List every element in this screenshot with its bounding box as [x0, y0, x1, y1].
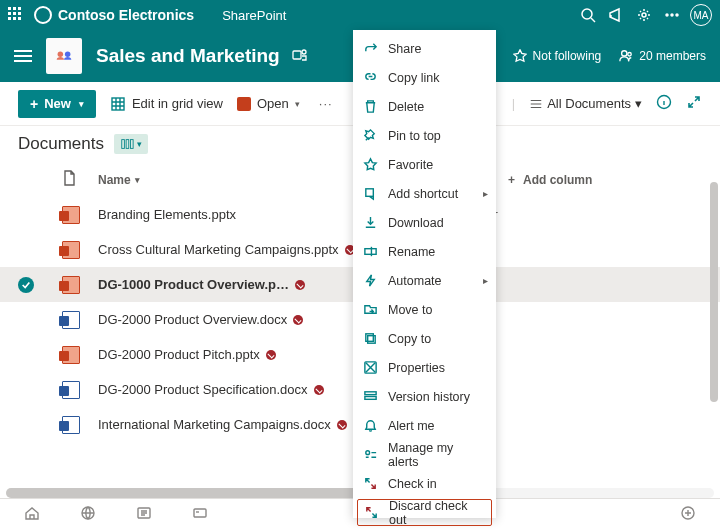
- powerpoint-file-icon: [62, 276, 80, 294]
- globe-icon[interactable]: [80, 505, 96, 524]
- svg-rect-22: [366, 334, 374, 342]
- svg-rect-14: [126, 140, 129, 149]
- expand-icon[interactable]: [686, 94, 702, 113]
- menu-item-move-to[interactable]: Move to: [353, 295, 496, 324]
- menu-item-label: Add shortcut: [388, 187, 458, 201]
- view-selector[interactable]: All Documents ▾: [529, 96, 642, 111]
- properties-icon: [363, 360, 378, 375]
- nav-toggle-icon[interactable]: [14, 47, 32, 65]
- svg-point-6: [65, 51, 71, 57]
- file-name[interactable]: Branding Elements.pptx: [98, 207, 236, 222]
- megaphone-icon[interactable]: [602, 1, 630, 29]
- file-name[interactable]: DG-2000 Product Pitch.pptx: [98, 347, 260, 362]
- chevron-right-icon: ▸: [483, 188, 488, 199]
- svg-point-5: [58, 51, 64, 57]
- svg-point-0: [582, 9, 592, 19]
- checked-out-icon: [266, 350, 276, 360]
- svg-rect-7: [293, 51, 301, 59]
- menu-item-pin-to-top[interactable]: Pin to top: [353, 121, 496, 150]
- menu-item-copy-to[interactable]: Copy to: [353, 324, 496, 353]
- svg-rect-18: [194, 509, 206, 517]
- svg-point-4: [676, 14, 678, 16]
- checked-out-icon: [295, 280, 305, 290]
- menu-item-favorite[interactable]: Favorite: [353, 150, 496, 179]
- file-name[interactable]: DG-1000 Product Overview.p…: [98, 277, 289, 292]
- view-label: All Documents: [547, 96, 631, 111]
- library-title: Documents: [18, 134, 104, 154]
- svg-point-10: [628, 53, 632, 57]
- tenant-name: Contoso Electronics: [58, 7, 194, 23]
- discard-icon: [364, 505, 379, 520]
- chevron-down-icon: ▾: [635, 96, 642, 111]
- selected-check-icon: [18, 277, 34, 293]
- menu-item-label: Alert me: [388, 419, 435, 433]
- chevron-down-icon: ▾: [79, 99, 84, 109]
- site-title[interactable]: Sales and Marketing: [96, 45, 280, 67]
- svg-rect-25: [365, 392, 376, 395]
- menu-item-check-in[interactable]: Check in: [353, 469, 496, 498]
- menu-item-automate[interactable]: Automate▸: [353, 266, 496, 295]
- library-view-mode-button[interactable]: ▾: [114, 134, 148, 154]
- name-column-header[interactable]: Name ▾: [98, 173, 388, 187]
- checkin-icon: [363, 476, 378, 491]
- follow-button[interactable]: Not following: [513, 49, 602, 63]
- svg-rect-21: [365, 249, 376, 255]
- powerpoint-file-icon: [62, 346, 80, 364]
- edit-grid-button[interactable]: Edit in grid view: [110, 96, 223, 112]
- menu-item-copy-link[interactable]: Copy link: [353, 63, 496, 92]
- vertical-scrollbar[interactable]: [710, 182, 718, 402]
- menu-item-manage-my-alerts[interactable]: Manage my alerts: [353, 440, 496, 469]
- settings-icon[interactable]: [630, 1, 658, 29]
- checked-out-icon: [337, 420, 347, 430]
- info-icon[interactable]: [656, 94, 672, 113]
- star-icon: [363, 157, 378, 172]
- rename-icon: [363, 244, 378, 259]
- menu-item-label: Manage my alerts: [388, 441, 486, 469]
- app-launcher-icon[interactable]: [8, 7, 24, 23]
- file-name[interactable]: DG-2000 Product Specification.docx: [98, 382, 308, 397]
- open-button[interactable]: Open ▾: [237, 96, 300, 111]
- app-name[interactable]: SharePoint: [222, 8, 286, 23]
- chevron-down-icon: ▾: [295, 99, 300, 109]
- menu-item-version-history[interactable]: Version history: [353, 382, 496, 411]
- moveto-icon: [363, 302, 378, 317]
- menu-item-label: Share: [388, 42, 421, 56]
- svg-rect-23: [368, 336, 376, 344]
- menu-item-label: Check in: [388, 477, 437, 491]
- menu-item-share[interactable]: Share: [353, 34, 496, 63]
- add-column-button[interactable]: Add column: [508, 173, 688, 187]
- svg-point-27: [366, 451, 370, 455]
- menu-item-alert-me[interactable]: Alert me: [353, 411, 496, 440]
- home-icon[interactable]: [24, 505, 40, 524]
- list-icon[interactable]: [136, 505, 152, 524]
- members-button[interactable]: 20 members: [619, 49, 706, 63]
- add-icon[interactable]: [680, 505, 696, 524]
- avatar[interactable]: MA: [690, 4, 712, 26]
- delete-icon: [363, 99, 378, 114]
- menu-item-add-shortcut[interactable]: Add shortcut▸: [353, 179, 496, 208]
- powerpoint-file-icon: [62, 241, 80, 259]
- checked-out-icon: [293, 315, 303, 325]
- word-file-icon: [62, 416, 80, 434]
- plus-icon: +: [30, 96, 38, 112]
- file-name[interactable]: Cross Cultural Marketing Campaigns.pptx: [98, 242, 339, 257]
- menu-item-rename[interactable]: Rename: [353, 237, 496, 266]
- file-name[interactable]: International Marketing Campaigns.docx: [98, 417, 331, 432]
- menu-item-properties[interactable]: Properties: [353, 353, 496, 382]
- menu-item-delete[interactable]: Delete: [353, 92, 496, 121]
- site-logo[interactable]: [46, 38, 82, 74]
- svg-point-2: [666, 14, 668, 16]
- automate-icon: [363, 273, 378, 288]
- type-column-header[interactable]: [62, 170, 98, 189]
- menu-item-discard-check-out[interactable]: Discard check out: [357, 499, 492, 526]
- more-icon[interactable]: [658, 1, 686, 29]
- search-icon[interactable]: [574, 1, 602, 29]
- context-menu: ShareCopy linkDeletePin to topFavoriteAd…: [353, 30, 496, 518]
- teams-icon[interactable]: [292, 47, 308, 66]
- menu-item-download[interactable]: Download: [353, 208, 496, 237]
- more-commands-button[interactable]: ···: [314, 96, 338, 111]
- new-button[interactable]: + New ▾: [18, 90, 96, 118]
- card-icon[interactable]: [192, 505, 208, 524]
- file-name[interactable]: DG-2000 Product Overview.docx: [98, 312, 287, 327]
- members-label: 20 members: [639, 49, 706, 63]
